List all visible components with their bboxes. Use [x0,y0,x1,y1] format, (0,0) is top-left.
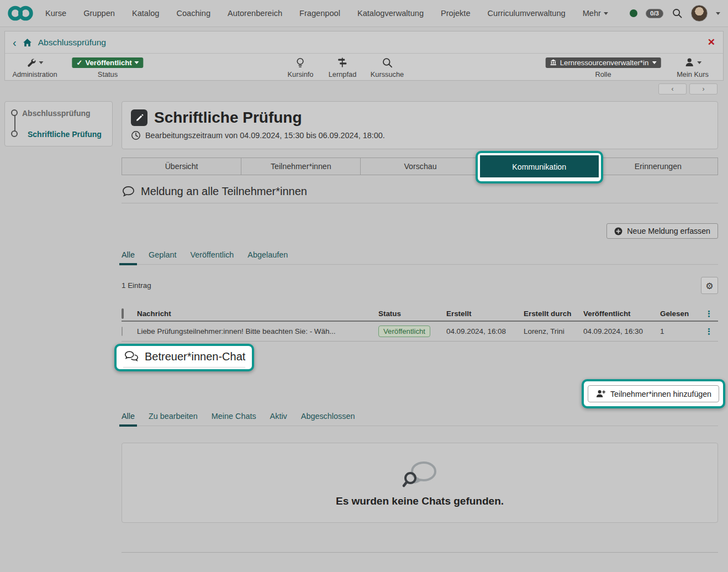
table-settings-button[interactable]: ⚙ [701,277,718,294]
chat-filter-aktiv[interactable]: Aktiv [270,412,287,421]
pencil-icon [135,113,144,123]
filter-alle[interactable]: Alle [122,250,135,259]
status-menu[interactable]: ✓ Veröffentlicht Status [72,56,143,78]
new-message-button[interactable]: Neue Meldung erfassen [606,223,718,239]
messages-table: Nachricht Status Erstellt Erstellt durch… [122,307,718,342]
role-badge[interactable]: Lernressourcenverwalter*in [546,57,661,68]
filter-abgelaufen[interactable]: Abgelaufen [247,250,288,259]
chevron-down-icon [39,61,44,64]
filter-geplant[interactable]: Geplant [149,250,176,259]
status-value: Veröffentlicht [85,59,131,67]
next-element-button[interactable]: › [689,83,718,95]
close-icon[interactable]: ✕ [708,36,715,48]
user-menu-chevron-icon[interactable] [716,12,720,15]
tree-item-abschlusspruefung[interactable]: Abschlussprüfung [22,109,91,118]
row-menu-icon[interactable]: ⋮ [703,327,718,337]
check-icon: ✓ [76,59,82,67]
breadcrumb-course-title[interactable]: Abschlussprüfung [38,38,106,48]
add-participants-button[interactable]: Teilnehmer*innen hinzufügen [588,385,719,402]
chevron-down-icon [652,61,656,64]
tab-kommunikation[interactable]: Kommunikation [480,155,599,177]
administration-menu[interactable]: Administration [12,56,57,78]
mein-kurs-label: Mein Kurs [677,70,709,78]
chevron-down-icon [604,12,608,15]
nav-item-fragenpool[interactable]: Fragenpool [299,9,340,18]
row-checkbox[interactable] [122,327,123,336]
col-header-erstellt-durch[interactable]: Erstellt durch [524,309,583,318]
top-navbar: Kurse Gruppen Katalog Coaching Autorenbe… [0,0,728,27]
col-header-erstellt[interactable]: Erstellt [446,309,524,318]
cell-erstellt: 04.09.2024, 16:08 [446,327,524,335]
navbar-right-cluster: 0/3 [630,5,720,22]
add-participants-spotlight: Teilnehmer*innen hinzufügen [582,379,725,408]
kursinfo-button[interactable]: Kursinfo [288,56,314,78]
course-toolbar: Administration ✓ Veröffentlicht Status [5,54,723,80]
table-header-row: Nachricht Status Erstellt Erstellt durch… [122,307,718,322]
select-all-checkbox[interactable] [122,308,124,319]
table-row[interactable]: Liebe Prüfungsteilnehmer:innen! Bitte be… [122,322,718,342]
chat-filter-tabs: Alle Zu bearbeiten Meine Chats Aktiv Abg… [122,412,718,426]
chat-filter-meine-chats[interactable]: Meine Chats [212,412,256,421]
kurssuche-label: Kurssuche [371,70,404,78]
nav-item-coaching[interactable]: Coaching [176,9,210,18]
lernpfad-button[interactable]: Lernpfad [329,56,357,78]
chat-filter-zu-bearbeiten[interactable]: Zu bearbeiten [149,412,198,421]
tab-teilnehmer[interactable]: Teilnehmer*innen [241,158,361,175]
person-icon [684,57,695,68]
chevron-down-icon [135,61,139,64]
col-header-veroeffentlicht[interactable]: Veröffentlicht [583,309,660,318]
home-icon[interactable] [23,38,32,47]
course-header: ‹ Abschlussprüfung ✕ Administration [4,31,724,81]
user-avatar[interactable] [691,5,708,22]
openolat-logo-icon[interactable] [8,5,33,22]
institution-icon [550,59,557,66]
tab-uebersicht[interactable]: Übersicht [122,158,241,175]
chats-icon [123,350,140,364]
col-header-gelesen[interactable]: Gelesen [660,309,703,318]
kurssuche-button[interactable]: Kurssuche [371,56,404,78]
filter-veroeffentlich[interactable]: Veröffentlich [190,250,234,259]
main-menu: Kurse Gruppen Katalog Coaching Autorenbe… [45,9,608,18]
chat-empty-state: Es wurden keine Chats gefunden. [122,443,718,523]
status-badge[interactable]: ✓ Veröffentlicht [72,57,143,68]
tab-erinnerungen[interactable]: Erinnerungen [598,158,718,175]
add-participants-label: Teilnehmer*innen hinzufügen [610,390,711,398]
breadcrumb: ‹ Abschlussprüfung ✕ [5,32,723,54]
tab-vorschau[interactable]: Vorschau [360,158,480,175]
presence-status-icon[interactable] [630,9,637,17]
nav-item-mehr[interactable]: Mehr [583,9,608,18]
role-menu[interactable]: Lernressourcenverwalter*in Rolle [546,56,661,78]
course-tree-sidebar: Abschlussprüfung Schriftliche Prüfung [4,101,113,146]
nav-item-autorenbereich[interactable]: Autorenbereich [228,9,282,18]
nav-item-kurse[interactable]: Kurse [45,9,66,18]
nav-item-projekte[interactable]: Projekte [441,9,471,18]
search-icon[interactable] [672,8,683,19]
row-status-badge: Veröffentlicht [378,326,430,337]
back-chevron-icon[interactable]: ‹ [13,38,17,48]
table-menu-icon[interactable]: ⋮ [703,309,718,319]
nav-item-katalogverwaltung[interactable]: Katalogverwaltung [357,9,424,18]
nav-mehr-label: Mehr [583,9,601,18]
cell-veroeffentlicht: 04.09.2024, 16:30 [583,327,660,335]
tree-node-icon [11,130,18,137]
chat-counter-badge[interactable]: 0/3 [646,9,663,18]
chat-filter-alle[interactable]: Alle [122,412,135,421]
role-label: Rolle [546,70,661,78]
chat-filter-abgeschlossen[interactable]: Abgeschlossen [301,412,355,421]
nav-item-katalog[interactable]: Katalog [132,9,160,18]
lernpfad-label: Lernpfad [329,70,357,78]
plus-circle-icon [614,227,623,235]
prev-element-button[interactable]: ‹ [658,83,687,95]
col-header-nachricht[interactable]: Nachricht [137,309,378,318]
element-title: Schriftliche Prüfung [154,108,302,127]
tree-item-schriftliche-pruefung[interactable]: Schriftliche Prüfung [28,130,102,139]
col-header-status[interactable]: Status [378,309,446,318]
nav-item-curriculumverwaltung[interactable]: Curriculumverwaltung [488,9,566,18]
mein-kurs-menu[interactable]: Mein Kurs [677,56,709,78]
cell-gelesen: 1 [660,327,703,335]
cell-nachricht[interactable]: Liebe Prüfungsteilnehmer:innen! Bitte be… [137,327,378,335]
nav-item-gruppen[interactable]: Gruppen [83,9,115,18]
messages-section-heading: Meldung an alle Teilnehmer*innen [122,185,718,203]
wrench-icon [27,57,37,67]
lightbulb-icon [295,57,306,69]
